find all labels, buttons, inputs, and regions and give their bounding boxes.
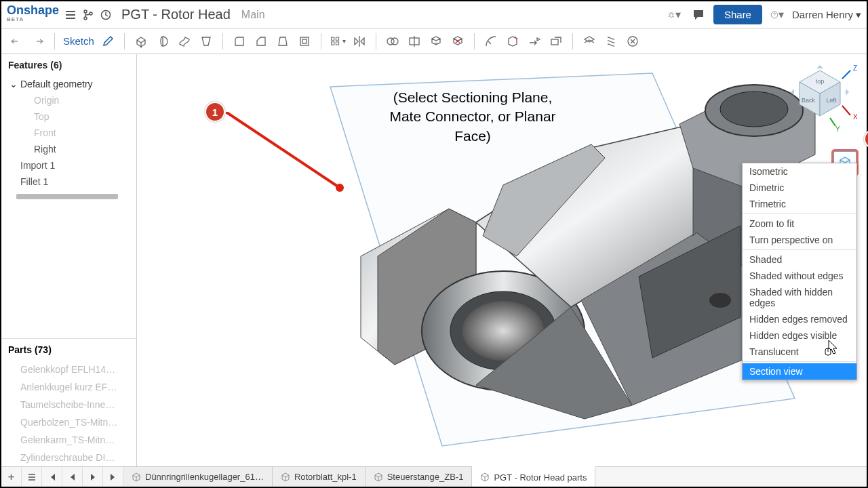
feature-top[interactable]: Top [1,108,136,125]
toolbar: Sketch [1,28,867,54]
split-icon[interactable] [406,33,422,49]
feature-right[interactable]: Right [1,141,136,157]
feature-group[interactable]: ⌄Default geometry [1,76,136,92]
svg-text:X: X [853,113,857,121]
tab[interactable]: Rotorblatt_kpl-1 [273,467,366,487]
tab[interactable]: PGT - Rotor Head parts [472,466,595,487]
svg-text:top: top [816,78,825,85]
part-item[interactable]: Taumelscheibe-Inne… [1,396,136,413]
var-icon[interactable] [625,33,641,49]
plane-icon[interactable] [581,33,597,49]
loft-icon[interactable] [198,33,214,49]
tab[interactable]: Dünnringrillenkugellager_61… [123,467,273,487]
header-bar: Onshape BETA PGT - Rotor Head Main ▾ Sha… [1,1,867,28]
svg-text:Y: Y [835,125,840,133]
list-tabs-button[interactable] [22,467,42,487]
comment-icon[interactable] [692,8,705,22]
svg-point-0 [84,10,87,13]
transform-icon[interactable] [428,33,444,49]
replace-face-icon[interactable] [548,33,564,49]
brand-logo: Onshape BETA [7,5,59,24]
model-canvas[interactable]: (Select Sectioning Plane, Mate Connector… [137,54,867,466]
boolean-icon[interactable] [384,33,401,49]
feature-front[interactable]: Front [1,125,136,141]
feature-fillet[interactable]: Fillet 1 [1,174,136,190]
draft-icon[interactable] [275,33,291,49]
menu-item[interactable]: Turn perspective on [743,232,856,248]
svg-point-22 [720,92,788,127]
svg-rect-15 [551,39,558,45]
menu-item[interactable]: Dimetric [743,180,856,196]
first-tab-button[interactable] [42,467,62,487]
menu-item[interactable]: Shaded without edges [743,268,856,284]
redo-icon[interactable] [30,33,46,49]
svg-text:Z: Z [853,64,857,72]
user-menu[interactable]: Darren Henry▾ [792,9,861,21]
svg-rect-8 [331,37,334,40]
revolve-icon[interactable] [155,33,171,49]
svg-rect-6 [300,37,309,45]
menu-item[interactable]: Hidden edges removed [743,311,856,327]
feature-origin[interactable]: Origin [1,92,136,108]
move-face-icon[interactable] [526,33,542,49]
svg-rect-11 [336,41,338,44]
modify-fillet-icon[interactable] [483,33,499,49]
callout-1: 1 [205,102,225,122]
svg-line-28 [842,70,850,79]
svg-line-32 [830,118,835,126]
svg-point-12 [387,38,394,45]
branch-icon[interactable] [82,9,94,21]
help-icon[interactable]: ▾ [770,8,784,22]
part-item[interactable]: Gelenkkopf EFLH14… [1,361,136,378]
add-tab-button[interactable]: + [1,467,22,487]
fillet-icon[interactable] [231,33,248,49]
menu-item[interactable]: Isometric [743,163,856,180]
view-cube-icon[interactable]: top Back Left Z X Y [783,58,857,133]
part-item[interactable]: Querbolzen_TS-Mitn… [1,413,136,431]
menu-item[interactable]: Section view [743,363,856,380]
sweep-icon[interactable] [176,33,193,49]
shell-icon[interactable] [296,33,313,49]
prev-tab-button[interactable] [62,467,83,487]
svg-point-1 [84,17,87,20]
svg-rect-7 [302,39,307,43]
last-tab-button[interactable] [103,467,123,487]
menu-item[interactable]: Translucent [743,344,856,360]
next-tab-button[interactable] [83,467,103,487]
scrollbar-thumb[interactable] [16,194,118,199]
pattern-icon[interactable] [330,33,346,49]
extrude-icon[interactable] [133,33,149,49]
features-heading: Features (6) [1,54,136,76]
part-item[interactable]: Zylinderschraube DI… [1,449,136,466]
helix-icon[interactable] [603,33,619,49]
svg-point-13 [391,38,398,45]
chamfer-icon[interactable] [253,33,269,49]
svg-rect-9 [336,37,338,40]
hamburger-icon[interactable] [64,9,77,21]
feature-import[interactable]: Import 1 [1,157,136,174]
share-button[interactable]: Share [713,5,762,24]
pencil-icon[interactable] [100,33,116,49]
part-item[interactable]: Anlenkkugel kurz EF… [1,378,136,396]
parts-list: Gelenkkopf EFLH14… Anlenkkugel kurz EF… … [1,361,136,466]
svg-text:Back: Back [802,97,816,104]
menu-item[interactable]: Trimetric [743,196,856,212]
menu-item[interactable]: Shaded [743,251,856,268]
delete-face-icon[interactable] [505,33,521,49]
sketch-button[interactable]: Sketch [63,35,94,47]
user-name: Darren Henry [792,9,853,20]
bug-icon[interactable]: ▾ [667,8,681,22]
tab[interactable]: Steuerstange_ZB-1 [366,467,473,487]
delete-icon[interactable] [450,33,466,49]
svg-point-4 [670,13,673,17]
part-item[interactable]: Gelenkarm_TS-Mitn… [1,431,136,449]
branch-name[interactable]: Main [241,9,265,21]
menu-item[interactable]: Hidden edges visible [743,327,856,344]
mirror-icon[interactable] [351,33,368,49]
menu-item[interactable]: Zoom to fit [743,216,856,232]
callout-2: 2 [864,129,868,149]
history-icon[interactable] [100,9,112,21]
undo-icon[interactable] [8,33,24,49]
svg-text:Left: Left [826,97,837,104]
menu-item[interactable]: Shaded with hidden edges [743,284,856,311]
